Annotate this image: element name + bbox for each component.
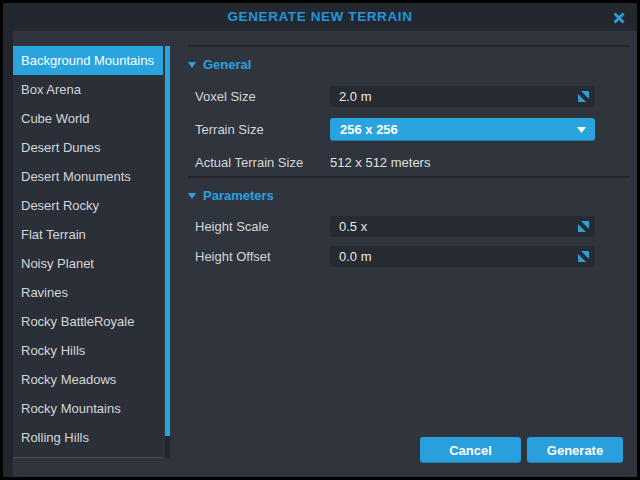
list-item[interactable]: Box Arena bbox=[13, 75, 163, 104]
section-title: Parameters bbox=[203, 188, 274, 203]
list-item[interactable]: Rolling Hills bbox=[13, 423, 163, 452]
chevron-down-icon bbox=[577, 127, 586, 133]
terrain-size-row: Terrain Size 256 x 256 bbox=[186, 118, 632, 141]
separator bbox=[188, 176, 630, 178]
list-item[interactable]: Desert Dunes bbox=[13, 133, 163, 162]
height-offset-label: Height Offset bbox=[195, 249, 271, 264]
height-scale-label: Height Scale bbox=[195, 219, 269, 234]
terrain-size-dropdown[interactable]: 256 x 256 bbox=[330, 118, 595, 141]
height-scale-input[interactable] bbox=[330, 216, 578, 237]
height-scale-field bbox=[330, 216, 595, 237]
titlebar: GENERATE NEW TERRAIN bbox=[3, 3, 637, 31]
separator bbox=[188, 45, 630, 47]
height-offset-row: Height Offset bbox=[186, 246, 632, 267]
sidebar-gutter bbox=[3, 31, 13, 477]
list-item[interactable]: Desert Monuments bbox=[13, 162, 163, 191]
cancel-button[interactable]: Cancel bbox=[420, 437, 521, 463]
list-item[interactable]: Background Mountains bbox=[13, 46, 163, 75]
list-item[interactable]: Cube World bbox=[13, 104, 163, 133]
diagonal-drag-icon[interactable] bbox=[578, 251, 589, 262]
sidebar-scrollbar-thumb[interactable] bbox=[165, 46, 170, 436]
list-item[interactable]: Noisy Planet bbox=[13, 249, 163, 278]
section-title: General bbox=[203, 57, 251, 72]
list-item[interactable]: Ravines bbox=[13, 278, 163, 307]
generate-terrain-dialog: GENERATE NEW TERRAIN Background Mountain… bbox=[0, 0, 640, 480]
section-header-parameters[interactable]: Parameters bbox=[188, 188, 274, 203]
list-item[interactable]: Rocky Meadows bbox=[13, 365, 163, 394]
diagonal-drag-icon[interactable] bbox=[578, 91, 589, 102]
close-icon bbox=[612, 11, 626, 25]
list-item[interactable]: Flat Terrain bbox=[13, 220, 163, 249]
actual-terrain-size-value: 512 x 512 meters bbox=[330, 155, 430, 170]
voxel-size-input[interactable] bbox=[330, 86, 578, 107]
collapse-caret-icon bbox=[188, 193, 196, 199]
voxel-size-field bbox=[330, 86, 595, 107]
list-item[interactable]: Rocky Hills bbox=[13, 336, 163, 365]
list-item[interactable]: Rocky BattleRoyale bbox=[13, 307, 163, 336]
collapse-caret-icon bbox=[188, 62, 196, 68]
actual-terrain-size-row: Actual Terrain Size 512 x 512 meters bbox=[186, 153, 632, 171]
terrain-size-label: Terrain Size bbox=[195, 122, 264, 137]
height-offset-field bbox=[330, 246, 595, 267]
terrain-preset-list: Background MountainsBox ArenaCube WorldD… bbox=[13, 46, 163, 458]
settings-panel: General Voxel Size Terrain Size bbox=[186, 31, 632, 477]
voxel-size-label: Voxel Size bbox=[195, 89, 256, 104]
dialog-frame: GENERATE NEW TERRAIN Background Mountain… bbox=[3, 3, 637, 477]
voxel-size-row: Voxel Size bbox=[186, 86, 632, 107]
list-item[interactable]: Rocky Mountains bbox=[13, 394, 163, 423]
diagonal-drag-icon[interactable] bbox=[578, 221, 589, 232]
height-scale-row: Height Scale bbox=[186, 216, 632, 237]
close-button[interactable] bbox=[610, 9, 628, 27]
section-header-general[interactable]: General bbox=[188, 57, 251, 72]
terrain-size-value: 256 x 256 bbox=[330, 122, 577, 137]
list-item[interactable]: Desert Rocky bbox=[13, 191, 163, 220]
page-title: GENERATE NEW TERRAIN bbox=[3, 3, 637, 31]
height-offset-input[interactable] bbox=[330, 246, 578, 267]
sidebar-scrollbar-track[interactable] bbox=[165, 46, 170, 458]
generate-button[interactable]: Generate bbox=[527, 437, 623, 463]
actual-terrain-size-label: Actual Terrain Size bbox=[195, 155, 303, 170]
